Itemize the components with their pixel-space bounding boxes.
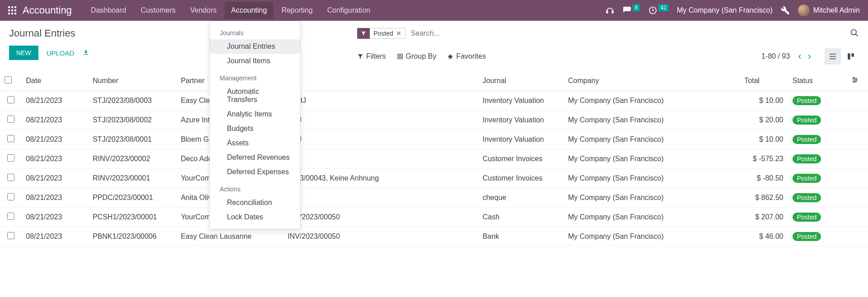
cell-company: My Company (San Francisco)	[563, 169, 740, 188]
svg-rect-6	[8, 13, 10, 14]
cell-status: Posted	[788, 227, 847, 246]
svg-rect-19	[848, 53, 850, 60]
app-brand[interactable]: Accounting	[23, 5, 72, 16]
dd-journal-entries[interactable]: Journal Entries	[210, 39, 300, 54]
nav-dashboard[interactable]: Dashboard	[85, 2, 132, 19]
cell-ref: 2023/00043, Keine Anhnung	[283, 169, 478, 188]
col-journal[interactable]: Journal	[478, 71, 563, 91]
dd-deferred-expenses[interactable]: Deferred Expenses	[210, 165, 300, 179]
cell-total: $ 862.50	[740, 188, 788, 208]
search-input[interactable]	[409, 28, 846, 39]
debug-icon[interactable]	[781, 6, 790, 15]
row-checkbox[interactable]	[7, 174, 14, 181]
pager-text[interactable]: 1-80 / 93	[761, 52, 790, 60]
svg-rect-17	[830, 56, 836, 57]
cell-number: PBNK1/2023/00006	[88, 227, 176, 246]
dd-assets[interactable]: Assets	[210, 136, 300, 150]
cell-date: 08/21/2023	[21, 91, 88, 111]
svg-point-10	[851, 29, 857, 35]
svg-rect-12	[397, 54, 399, 56]
table-row[interactable]: 08/21/2023PBNK1/2023/00006Easy Clean Lau…	[0, 227, 868, 246]
cell-number: STJ/2023/08/0001	[88, 130, 176, 149]
dd-automatic-transfers[interactable]: Automatic Transfers	[210, 84, 300, 107]
nav-customers[interactable]: Customers	[134, 2, 182, 19]
activities-icon[interactable]: 42	[648, 6, 669, 15]
table-row[interactable]: 08/21/2023PCSH1/2023/00001YourCompany, J…	[0, 208, 868, 227]
dd-budgets[interactable]: Budgets	[210, 121, 300, 136]
user-menu[interactable]: Mitchell Admin	[798, 5, 860, 16]
dd-analytic-items[interactable]: Analytic Items	[210, 107, 300, 121]
col-ref[interactable]	[283, 71, 478, 91]
table-row[interactable]: 08/21/2023RINV/2023/00001YourCompany, Jo…	[0, 169, 868, 188]
svg-rect-20	[852, 53, 854, 57]
cell-journal: Bank	[478, 227, 563, 246]
favorites-button[interactable]: Favorites	[447, 52, 486, 60]
support-icon[interactable]	[605, 6, 614, 15]
company-switcher[interactable]: My Company (San Francisco)	[677, 6, 773, 14]
table-row[interactable]: 08/21/2023STJ/2023/08/0001Bloem GmbHDHJI…	[0, 130, 868, 149]
nav-reporting[interactable]: Reporting	[275, 2, 319, 19]
status-badge: Posted	[793, 193, 821, 202]
row-checkbox[interactable]	[7, 213, 14, 220]
table-row[interactable]: 08/21/2023STJ/2023/08/0003Easy Clean Lau…	[0, 91, 868, 111]
cell-journal: Inventory Valuation	[478, 91, 563, 111]
cell-total: $ 207.00	[740, 208, 788, 227]
messages-icon[interactable]: 8	[623, 6, 640, 15]
cell-company: My Company (San Francisco)	[563, 227, 740, 246]
row-checkbox[interactable]	[7, 154, 14, 162]
dd-deferred-revenues[interactable]: Deferred Revenues	[210, 150, 300, 165]
messages-badge: 8	[632, 4, 640, 11]
kanban-view-button[interactable]	[843, 48, 859, 65]
filters-button[interactable]: Filters	[357, 52, 386, 60]
col-status[interactable]: Status	[788, 71, 847, 91]
table-row[interactable]: 08/21/2023RINV/2023/00002Deco AddictCust…	[0, 149, 868, 169]
cell-company: My Company (San Francisco)	[563, 130, 740, 149]
cell-status: Posted	[788, 149, 847, 169]
dd-section-management: Management	[210, 73, 300, 84]
groupby-button[interactable]: Group By	[397, 52, 437, 60]
pager-prev-icon[interactable]: ‹	[796, 51, 803, 61]
table-row[interactable]: 08/21/2023PPDC/2023/00001Anita Oliverche…	[0, 188, 868, 208]
download-icon[interactable]	[82, 49, 90, 57]
row-checkbox[interactable]	[7, 116, 14, 123]
row-checkbox[interactable]	[7, 193, 14, 200]
dd-lock-dates[interactable]: Lock Dates	[210, 210, 300, 224]
pager-next-icon[interactable]: ›	[806, 51, 813, 61]
col-date[interactable]: Date	[21, 71, 88, 91]
apps-icon[interactable]	[8, 6, 16, 14]
status-badge: Posted	[793, 174, 821, 183]
avatar	[798, 5, 810, 16]
optional-columns-button[interactable]	[847, 71, 868, 91]
facet-remove-icon[interactable]: ✕	[396, 30, 401, 37]
col-company[interactable]: Company	[563, 71, 740, 91]
row-checkbox[interactable]	[7, 135, 14, 142]
dd-reconciliation[interactable]: Reconciliation	[210, 195, 300, 210]
dd-journal-items[interactable]: Journal Items	[210, 54, 300, 68]
list-view-button[interactable]	[825, 48, 841, 65]
svg-rect-18	[830, 59, 836, 60]
row-checkbox[interactable]	[7, 232, 14, 239]
cell-ref: INV/2023/00050	[283, 227, 478, 246]
nav-vendors[interactable]: Vendors	[184, 2, 223, 19]
row-checkbox[interactable]	[7, 96, 14, 103]
cell-company: My Company (San Francisco)	[563, 91, 740, 111]
col-number[interactable]: Number	[88, 71, 176, 91]
cell-journal: Inventory Valuation	[478, 130, 563, 149]
search-icon[interactable]	[850, 28, 859, 39]
upload-button[interactable]: UPLOAD	[47, 49, 75, 57]
status-badge: Posted	[793, 96, 821, 105]
nav-accounting[interactable]: Accounting	[225, 2, 273, 19]
cell-number: RINV/2023/00002	[88, 149, 176, 169]
cell-number: STJ/2023/08/0002	[88, 111, 176, 130]
svg-rect-2	[14, 6, 16, 8]
cell-date: 08/21/2023	[21, 149, 88, 169]
cell-number: RINV/2023/00001	[88, 169, 176, 188]
cell-total: $ 46.00	[740, 227, 788, 246]
cell-company: My Company (San Francisco)	[563, 149, 740, 169]
new-button[interactable]: NEW	[9, 46, 38, 60]
table-row[interactable]: 08/21/2023STJ/2023/08/0002Azure Interior…	[0, 111, 868, 130]
col-total[interactable]: Total	[740, 71, 788, 91]
filter-facet-posted[interactable]: Posted ✕	[357, 28, 406, 39]
nav-configuration[interactable]: Configuration	[321, 2, 377, 19]
select-all-checkbox[interactable]	[5, 76, 12, 84]
